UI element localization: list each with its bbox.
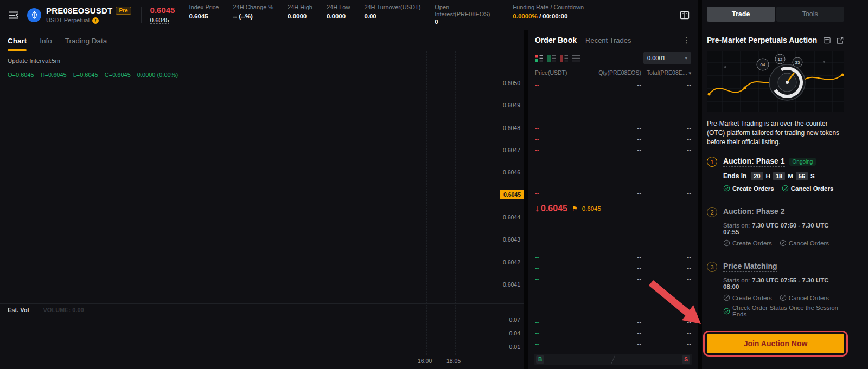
volume-axis[interactable]: 0.070.040.01 xyxy=(509,316,520,350)
auction-title: Pre-Market Perpetuals Auction xyxy=(707,36,817,44)
check-circle-icon xyxy=(782,185,789,192)
bid-row[interactable]: ------ xyxy=(528,284,698,295)
bid-price: -- xyxy=(535,286,582,293)
countdown-seconds: 56 xyxy=(796,172,808,180)
phase-3-title[interactable]: Price Matching xyxy=(723,262,777,272)
auction-details-icon[interactable] xyxy=(823,36,831,44)
tab-info[interactable]: Info xyxy=(40,30,52,51)
ask-row[interactable]: ------ xyxy=(528,79,698,90)
volume-overlay: Est. Vol VOLUME: 0.00 xyxy=(8,307,84,313)
countdown-minutes: 18 xyxy=(773,172,785,180)
phase-rule-item: Create Orders xyxy=(723,239,772,247)
phase-3: 3 Price Matching Starts on:7.30 UTC 07:5… xyxy=(707,262,844,324)
col-total[interactable]: Total(PRE08E... ▾ xyxy=(641,69,691,76)
orderbook-view-split-icon[interactable] xyxy=(535,54,543,62)
volume-axis-tick: 0.04 xyxy=(509,330,520,336)
ask-price: -- xyxy=(535,81,582,88)
contract-type-label: USDT Perpetual xyxy=(46,17,90,24)
ask-row[interactable]: ------ xyxy=(528,133,698,144)
more-menu-icon[interactable]: ⋮ xyxy=(682,35,691,45)
stat-index-price: Index Price 0.6045 xyxy=(189,4,219,21)
phase-1-number: 1 xyxy=(707,157,717,167)
bid-row[interactable]: ------ xyxy=(528,327,698,338)
phase-1-rules: Create OrdersCancel Orders xyxy=(723,185,844,192)
ask-row[interactable]: ------ xyxy=(528,177,698,187)
orderbook-mark-price[interactable]: 0.6045 xyxy=(582,205,601,212)
menu-icon[interactable] xyxy=(8,9,20,21)
ask-price: -- xyxy=(535,190,582,196)
trade-toggle-button[interactable]: Trade xyxy=(707,7,775,22)
bid-row[interactable]: ------ xyxy=(528,219,698,230)
bid-row[interactable]: ------ xyxy=(528,251,698,262)
ask-row[interactable]: ------ xyxy=(528,122,698,133)
bid-row[interactable]: ------ xyxy=(528,230,698,241)
bid-row[interactable]: ------ xyxy=(528,273,698,284)
time-axis[interactable]: 16:0018:05 xyxy=(0,358,524,366)
phase-rule-label: Create Orders xyxy=(732,240,772,247)
tab-trading-data[interactable]: Trading Data xyxy=(65,30,107,51)
ask-qty: -- xyxy=(582,92,641,99)
sell-badge: S xyxy=(682,355,690,364)
tools-toggle-button[interactable]: Tools xyxy=(776,7,845,22)
ask-price: -- xyxy=(535,125,582,131)
tab-order-book[interactable]: Order Book xyxy=(535,36,577,44)
tab-chart[interactable]: Chart xyxy=(8,30,27,51)
phase-1-title[interactable]: Auction: Phase 1 xyxy=(723,157,785,167)
stat-open-interest: Open Interest(PRE08EOS) 0 xyxy=(435,4,499,26)
bid-row[interactable]: ------ xyxy=(528,295,698,306)
price-chart[interactable]: Update Interval:5m O=0.6045 H=0.6045 L=0… xyxy=(0,51,524,369)
chart-panel: Chart Info Trading Data Update Interval:… xyxy=(0,30,524,369)
col-price: Price(USDT) xyxy=(535,69,582,76)
tick-size-select[interactable]: 0.0001 ▾ xyxy=(643,52,691,64)
symbol-name[interactable]: PRE08EOSUSDT xyxy=(46,6,112,15)
bid-price: -- xyxy=(535,243,582,249)
time-axis-border xyxy=(0,355,524,355)
slash-circle-icon xyxy=(723,239,730,247)
ask-row[interactable]: ------ xyxy=(528,144,698,155)
tab-recent-trades[interactable]: Recent Trades xyxy=(585,36,631,44)
bid-qty: -- xyxy=(582,221,641,228)
phase-rule-label: Create Orders xyxy=(732,185,774,192)
ask-row[interactable]: ------ xyxy=(528,187,698,198)
phase-2-title[interactable]: Auction: Phase 2 xyxy=(723,207,785,217)
bid-qty: -- xyxy=(582,243,641,249)
ask-row[interactable]: ------ xyxy=(528,166,698,177)
ask-total: -- xyxy=(641,114,691,120)
ask-row[interactable]: ------ xyxy=(528,112,698,122)
stat-24h-turnover: 24H Turnover(USDT) 0.00 xyxy=(364,4,420,21)
mark-price[interactable]: 0.6045 xyxy=(150,17,169,24)
info-icon[interactable]: i xyxy=(92,17,99,24)
ohlc-low: L=0.6045 xyxy=(73,72,98,78)
pane-separator[interactable] xyxy=(0,303,524,304)
panel-toggle: Trade Tools xyxy=(707,0,844,22)
auction-banner-image: 04 12 35 xyxy=(707,51,844,112)
bid-total: -- xyxy=(641,264,691,271)
price-axis[interactable]: 0.60500.60490.60480.60470.60460.60450.60… xyxy=(503,80,520,288)
bid-row[interactable]: ------ xyxy=(528,306,698,316)
phase-2-schedule: Starts on:7.30 UTC 07:50 - 7.30 UTC 07:5… xyxy=(723,222,844,235)
orderbook-view-list-icon[interactable] xyxy=(572,54,580,62)
orderbook-last-price[interactable]: ↓ 0.6045 xyxy=(535,204,567,213)
ask-row[interactable]: ------ xyxy=(528,155,698,166)
panel-layout-icon[interactable] xyxy=(679,10,690,21)
ask-row[interactable]: ------ xyxy=(528,101,698,112)
ask-row[interactable]: ------ xyxy=(528,90,698,101)
external-link-icon[interactable] xyxy=(836,36,844,44)
price-axis-tick: 0.6043 xyxy=(503,236,520,243)
bid-price: -- xyxy=(535,254,582,260)
symbol-block: PRE08EOSUSDT Pre USDT Perpetual i xyxy=(46,6,131,24)
bid-price: -- xyxy=(535,308,582,314)
bid-row[interactable]: ------ xyxy=(528,316,698,327)
flag-icon[interactable]: ⚑ xyxy=(572,205,578,212)
bid-row[interactable]: ------ xyxy=(528,241,698,251)
join-auction-button[interactable]: Join Auction Now xyxy=(707,334,844,353)
phase-1: 1 Auction: Phase 1 Ongoing Ends in 20 H … xyxy=(707,157,844,207)
ask-qty: -- xyxy=(582,103,641,109)
bid-row[interactable]: ------ xyxy=(528,338,698,349)
orderbook-view-sell-icon[interactable] xyxy=(560,54,568,62)
orderbook-column-headers: Price(USDT) Qty(PRE08EOS) Total(PRE08E..… xyxy=(528,66,698,79)
bid-row[interactable]: ------ xyxy=(528,262,698,273)
orderbook-view-buy-icon[interactable] xyxy=(547,54,556,62)
depth-ratio-bar[interactable]: B -- -- S xyxy=(534,354,692,365)
top-bar: PRE08EOSUSDT Pre USDT Perpetual i 0.6045… xyxy=(0,0,698,30)
